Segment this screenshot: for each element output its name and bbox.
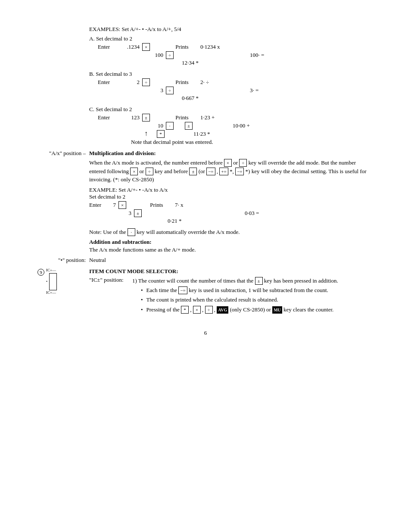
bullet-dot-2: • — [141, 296, 143, 304]
section-a: A. Set decimal to 2 Enter .1234 × Prints… — [89, 35, 374, 66]
selector-diagram: IC+— • IC+— — [46, 268, 57, 295]
key-div-ic: ÷ — [205, 306, 213, 314]
section-c-row2: 10 · ± 10·00 + — [98, 122, 374, 130]
item-count-left: 9 IC+— • IC+— — [37, 268, 89, 317]
diagram-box — [49, 273, 57, 290]
addition-section: Addition and subtraction: The A/x mode f… — [89, 239, 374, 253]
result-b2: 3· = — [250, 87, 258, 94]
ax-note: Note: Use of the · key will automaticall… — [89, 228, 374, 236]
circle-9: 9 — [37, 269, 44, 276]
key-star-c: * — [157, 130, 165, 138]
entry-value-3: 3 — [140, 87, 163, 94]
bullet-dot-3: • — [141, 305, 143, 314]
key-div: ÷ — [166, 51, 183, 59]
section-a-row3: 12·34 * — [98, 59, 374, 66]
item-count-content: ITEM COUNT MODE SELECTOR: "IC±" position… — [89, 268, 374, 317]
result-b3: 0·667 * — [182, 95, 199, 102]
section-b-row2: 3 ÷ 3· = — [98, 87, 374, 94]
section-b-row3: 0·667 * — [98, 95, 374, 102]
examples-header: EXAMPLES: Set A/+- • -A/x to A/+, 5/4 — [89, 26, 374, 33]
result-c2: 10·00 + — [233, 122, 250, 129]
result-c1: 1·23 + — [200, 114, 215, 121]
result-b1: 2· ÷ — [200, 79, 209, 86]
ax-result1: 7· x — [175, 202, 184, 208]
neutral-label: "•" position: — [37, 257, 89, 264]
key-pm-ic: ± — [255, 277, 263, 285]
ax-row1: Enter 7 × Prints 7· x — [89, 201, 374, 209]
arrow-up-icon: ↑ — [144, 130, 148, 137]
enter-label-b: Enter — [98, 79, 116, 86]
key-div-inline2: ÷ — [146, 168, 153, 175]
bullet-item-2: • The count is printed when the calculat… — [141, 296, 374, 304]
ax-result2: 0·03 = — [245, 210, 259, 217]
section-a-label: A. Set decimal to 2 — [89, 35, 374, 42]
item-count-section: 9 IC+— • IC+— ITEM COUNT MODE SELECTOR: … — [37, 268, 374, 317]
section-b-row1: Enter 2 ÷ Prints 2· ÷ — [98, 78, 374, 86]
ax-key-pm: ± — [134, 209, 149, 217]
ax-value-7: 7 — [107, 202, 116, 208]
section-c-note: Note that decimal point was entered. — [98, 139, 374, 146]
ic-pos-content: 1) The counter will count the number of … — [132, 277, 374, 315]
ax-enter-label: Enter — [89, 202, 107, 208]
key-x-inline2: × — [130, 168, 138, 175]
enter-label-c: Enter — [98, 114, 116, 121]
ax-position-para: When the A/x mode is activated, the numb… — [89, 159, 374, 184]
prints-label-c: Prints — [168, 114, 196, 121]
examples-header-text: EXAMPLES: Set A/+- • -A/x to A/+, 5/4 — [89, 26, 181, 32]
ic-position-row: "IC±" position: 1) The counter will coun… — [89, 277, 374, 315]
prints-label-b: Prints — [168, 79, 196, 86]
entry-value-100: 100 — [140, 52, 163, 59]
entry-value-123: 123 — [116, 114, 140, 121]
key-plus-eq-star: += — [219, 168, 228, 175]
page: EXAMPLES: Set A/+- • -A/x to A/+, 5/4 A.… — [37, 26, 374, 336]
ic-pos-label: "IC±" position: — [89, 277, 132, 315]
key-pm-inline: ± — [189, 168, 197, 175]
addition-para: The A/x mode functions same as the A/+ m… — [89, 246, 374, 253]
section-c: C. Set decimal to 2 Enter 123 ± Prints 1… — [89, 106, 374, 146]
ax-key-x: × — [118, 201, 134, 209]
key-div-inline: ÷ — [239, 159, 247, 167]
entry-value-1234: .1234 — [116, 44, 140, 50]
prints-label-a: Prints — [168, 44, 196, 50]
result-a3: 12·34 * — [182, 59, 199, 66]
bullet-item-1: • Each time the −= key is used in subtra… — [141, 286, 374, 295]
section-b-label: B. Set decimal to 3 — [89, 71, 374, 78]
ax-example-header: EXAMPLE: Set A/+- • -A/x to A/x — [89, 187, 374, 193]
key-pm-c2: ± — [185, 122, 200, 130]
section-b: B. Set decimal to 3 Enter 2 ÷ Prints 2· … — [89, 71, 374, 102]
key-dot-c: · — [166, 122, 183, 130]
bullet-item-3: • Pressing of the * , × , ÷ , AVG (only … — [141, 305, 374, 314]
key-div-b: ÷ — [142, 78, 159, 86]
ax-row3: 0·21 * — [89, 218, 374, 224]
bullet-dot-1: • — [141, 286, 143, 295]
key-minus-eq-ic: −= — [178, 286, 187, 294]
section-a-row2: 100 ÷ 100· = — [98, 51, 374, 59]
section-c-row3: ↑ * 11·23 * — [98, 130, 374, 138]
ax-set-decimal: Set decimal to 2 — [89, 193, 374, 200]
entry-value-10: 10 — [140, 122, 163, 129]
ax-result3: 0·21 * — [168, 218, 182, 224]
bullet-text-1: Each time the −= key is used in subtract… — [146, 286, 374, 295]
result-a1: 0·1234 x — [200, 44, 220, 50]
key-avg-ic: AVG — [217, 306, 228, 314]
ax-position-label: "A/x" position – — [37, 150, 89, 253]
key-eq: ÷ — [166, 87, 183, 94]
key-minus-eq-star: −= — [235, 168, 244, 175]
bullet-text-3: Pressing of the * , × , ÷ , AVG (only CS… — [146, 305, 374, 314]
key-mu-ic: MU — [272, 306, 282, 314]
ax-value-3: 3 — [123, 210, 131, 217]
key-pm-c1: ± — [142, 114, 159, 121]
section-c-label: C. Set decimal to 2 — [89, 106, 374, 113]
section-a-row1: Enter .1234 × Prints 0·1234 x — [98, 43, 374, 51]
key-x-inline: × — [224, 159, 232, 167]
ax-example-block: EXAMPLE: Set A/+- • -A/x to A/x Set deci… — [89, 187, 374, 224]
key-x-ic: × — [193, 306, 201, 314]
neutral-section: "•" position: Neutral — [37, 257, 374, 264]
section-c-row1: Enter 123 ± Prints 1·23 + — [98, 114, 374, 121]
ax-position-content: Multiplication and division: When the A/… — [89, 150, 374, 253]
ax-position-title: Multiplication and division: — [89, 150, 156, 156]
item-count-title: ITEM COUNT MODE SELECTOR: — [89, 268, 374, 275]
page-number: 6 — [37, 330, 374, 336]
bullet-text-2: The count is printed when the calculated… — [146, 296, 374, 304]
result-c3: 11·23 * — [193, 131, 210, 137]
